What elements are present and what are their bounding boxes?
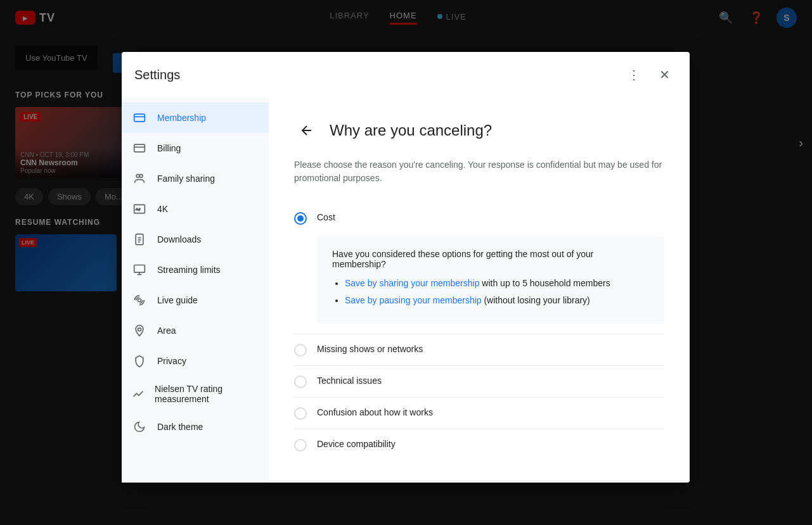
sidebar-4k-label: 4K [157, 204, 168, 214]
radio-missing-shows-circle [294, 344, 307, 357]
radio-technical-label: Technical issues [317, 375, 382, 388]
modal-header: Settings ⋮ ✕ [122, 52, 690, 98]
expanded-panel-bullet1: Save by sharing your membership with up … [345, 277, 649, 290]
sidebar-item-membership[interactable]: Membership [122, 103, 269, 133]
svg-rect-11 [134, 265, 145, 273]
expanded-panel-cost: Have you considered these options for ge… [317, 236, 664, 324]
family-sharing-icon [132, 171, 147, 186]
streaming-limits-icon [132, 262, 147, 277]
sidebar-streaming-limits-label: Streaming limits [157, 265, 221, 275]
4k-icon [132, 201, 147, 217]
close-modal-button[interactable]: ✕ [652, 62, 677, 87]
save-sharing-link[interactable]: Save by sharing your membership [345, 278, 479, 288]
modal-body: Membership Billing Family sharing 4K [122, 98, 690, 483]
sidebar-item-dark-theme[interactable]: Dark theme [122, 412, 269, 442]
dark-theme-icon [132, 419, 147, 434]
expanded-panel-text: Have you considered these options for ge… [332, 249, 649, 269]
content-subtitle: Please choose the reason you're cancelin… [294, 158, 664, 185]
svg-point-15 [138, 328, 141, 331]
svg-point-5 [139, 174, 143, 177]
back-button[interactable] [294, 118, 319, 143]
radio-missing-shows-label: Missing shows or networks [317, 343, 423, 356]
area-icon [132, 323, 147, 338]
modal-footer: CONTINUE CANCELING [269, 481, 690, 483]
membership-icon [132, 110, 147, 125]
sidebar-family-sharing-label: Family sharing [157, 174, 215, 184]
sidebar-item-family-sharing[interactable]: Family sharing [122, 163, 269, 194]
radio-option-device[interactable]: Device compatibility [294, 429, 664, 460]
sidebar-item-downloads[interactable]: Downloads [122, 224, 269, 255]
content-area: Why are you canceling? Please choose the… [269, 98, 690, 481]
sidebar-item-live-guide[interactable]: Live guide [122, 285, 269, 315]
sidebar-membership-label: Membership [157, 113, 206, 123]
radio-cost-circle [294, 212, 307, 225]
downloads-icon [132, 232, 147, 247]
radio-confusion-label: Confusion about how it works [317, 407, 433, 419]
radio-device-circle [294, 439, 307, 452]
svg-point-14 [138, 299, 141, 302]
sidebar-item-nielsen[interactable]: Nielsen TV rating measurement [122, 376, 269, 412]
sidebar-privacy-label: Privacy [157, 356, 186, 366]
bullet1-rest: with up to 5 household members [482, 278, 610, 288]
billing-icon [132, 141, 147, 156]
sidebar-item-4k[interactable]: 4K [122, 194, 269, 224]
radio-option-confusion[interactable]: Confusion about how it works [294, 398, 664, 429]
nielsen-icon [132, 386, 145, 402]
radio-device-label: Device compatibility [317, 438, 396, 451]
radio-confusion-circle [294, 407, 307, 420]
settings-modal: Settings ⋮ ✕ Membership Billing [122, 52, 690, 483]
svg-rect-0 [134, 114, 145, 122]
radio-option-missing-shows[interactable]: Missing shows or networks [294, 334, 664, 365]
sidebar-item-privacy[interactable]: Privacy [122, 346, 269, 376]
sidebar-nielsen-label: Nielsen TV rating measurement [155, 384, 259, 404]
live-guide-icon [132, 293, 147, 308]
content-title: Why are you canceling? [330, 122, 492, 139]
content-header: Why are you canceling? [294, 118, 664, 143]
radio-option-cost[interactable]: Cost [294, 203, 664, 234]
sidebar-downloads-label: Downloads [157, 234, 201, 244]
modal-title: Settings [134, 68, 180, 82]
radio-technical-circle [294, 376, 307, 388]
save-pausing-link[interactable]: Save by pausing your membership [345, 295, 482, 305]
main-content: Why are you canceling? Please choose the… [269, 98, 690, 483]
sidebar-item-area[interactable]: Area [122, 315, 269, 346]
svg-rect-2 [134, 144, 145, 152]
expanded-panel-bullet2: Save by pausing your membership (without… [345, 294, 649, 307]
bullet2-rest: (without losing your library) [484, 295, 590, 305]
sidebar-dark-theme-label: Dark theme [157, 422, 203, 432]
more-options-button[interactable]: ⋮ [621, 62, 647, 87]
sidebar-billing-label: Billing [157, 143, 181, 153]
settings-sidebar: Membership Billing Family sharing 4K [122, 98, 269, 483]
modal-header-actions: ⋮ ✕ [621, 62, 677, 87]
sidebar-live-guide-label: Live guide [157, 295, 198, 305]
radio-cost-label: Cost [317, 212, 335, 224]
privacy-icon [132, 353, 147, 369]
sidebar-item-streaming-limits[interactable]: Streaming limits [122, 255, 269, 285]
sidebar-area-label: Area [157, 326, 176, 336]
radio-option-technical[interactable]: Technical issues [294, 366, 664, 397]
sidebar-item-billing[interactable]: Billing [122, 133, 269, 163]
